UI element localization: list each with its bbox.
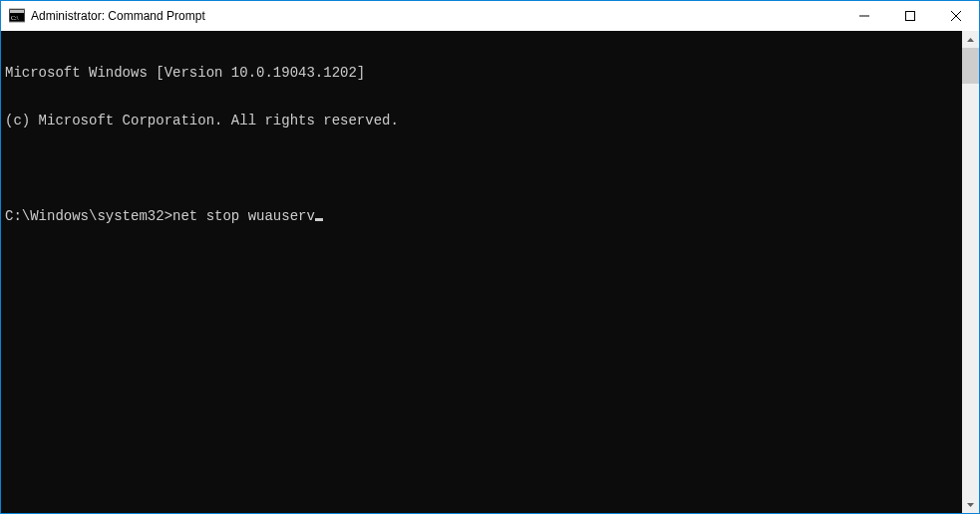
console-command: net stop wuauserv: [172, 208, 315, 224]
command-prompt-window: C:\ Administrator: Command Prompt: [0, 0, 980, 514]
window-controls: [841, 1, 979, 31]
window-title: Administrator: Command Prompt: [31, 9, 205, 23]
close-button[interactable]: [933, 1, 979, 31]
chevron-up-icon: [967, 38, 974, 42]
scrollbar-track[interactable]: [962, 48, 979, 496]
console-line-version: Microsoft Windows [Version 10.0.19043.12…: [5, 65, 962, 81]
console-prompt-line: C:\Windows\system32>net stop wuauserv: [5, 208, 962, 224]
svg-marker-7: [967, 38, 974, 42]
console-prompt: C:\Windows\system32>: [5, 208, 172, 224]
cmd-icon: C:\: [9, 8, 25, 24]
vertical-scrollbar[interactable]: [962, 31, 979, 513]
minimize-button[interactable]: [841, 1, 887, 31]
console-output[interactable]: Microsoft Windows [Version 10.0.19043.12…: [1, 31, 962, 513]
titlebar[interactable]: C:\ Administrator: Command Prompt: [1, 1, 979, 31]
scroll-up-button[interactable]: [962, 31, 979, 48]
svg-rect-1: [10, 10, 24, 13]
maximize-button[interactable]: [887, 1, 933, 31]
svg-marker-8: [967, 503, 974, 507]
scrollbar-thumb[interactable]: [962, 48, 979, 84]
svg-rect-4: [906, 12, 915, 21]
console-line-copyright: (c) Microsoft Corporation. All rights re…: [5, 113, 962, 128]
console-line-blank: [5, 160, 962, 176]
minimize-icon: [859, 11, 869, 21]
maximize-icon: [905, 11, 915, 21]
scroll-down-button[interactable]: [962, 496, 979, 513]
svg-text:C:\: C:\: [11, 15, 19, 21]
client-area: Microsoft Windows [Version 10.0.19043.12…: [1, 31, 979, 513]
text-cursor: [315, 218, 323, 221]
chevron-down-icon: [967, 503, 974, 507]
close-icon: [951, 11, 961, 21]
